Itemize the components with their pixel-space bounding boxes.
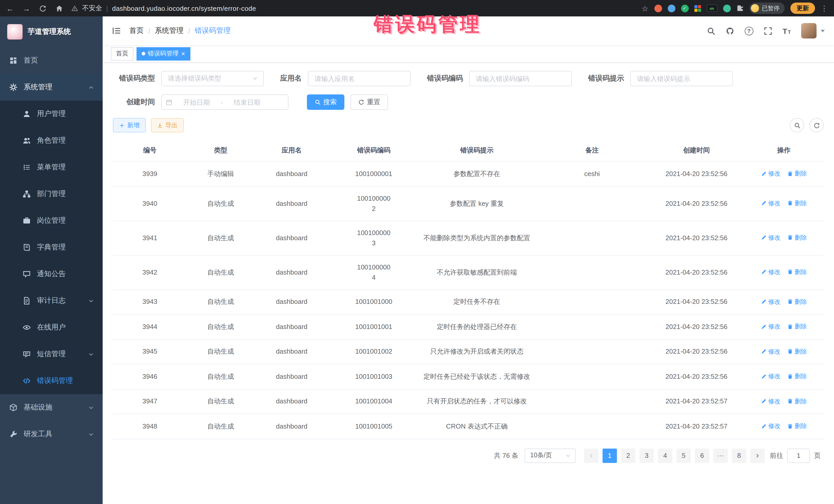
reload-icon[interactable] — [39, 4, 47, 12]
sidebar-item-user-management[interactable]: 用户管理 — [0, 101, 103, 127]
github-icon[interactable] — [725, 26, 734, 35]
edit-link[interactable]: 修改 — [761, 321, 781, 332]
sidebar-item-sms-management[interactable]: 短信管理 — [0, 341, 103, 368]
edit-link[interactable]: 修改 — [761, 198, 781, 209]
breadcrumb-system[interactable]: 系统管理 — [155, 26, 183, 36]
delete-link[interactable]: 删除 — [787, 297, 807, 307]
tab-error-code-management[interactable]: 错误码管理 × — [136, 47, 190, 60]
delete-link[interactable]: 删除 — [787, 421, 807, 431]
chrome-update-button[interactable]: 更新 — [790, 3, 815, 14]
edit-link[interactable]: 修改 — [761, 371, 781, 381]
page-button-6[interactable]: 6 — [695, 448, 709, 463]
reset-button[interactable]: 重置 — [351, 94, 388, 110]
sidebar-item-infrastructure[interactable]: 基础设施 — [0, 394, 103, 421]
extension-icon-red[interactable] — [654, 4, 662, 12]
sidebar-item-online-users[interactable]: 在线用户 — [0, 314, 103, 341]
toggle-search-button[interactable] — [790, 118, 804, 132]
edit-link[interactable]: 修改 — [761, 297, 781, 307]
close-tab-icon[interactable]: × — [181, 50, 185, 57]
delete-link[interactable]: 删除 — [787, 198, 807, 209]
delete-link[interactable]: 删除 — [787, 396, 807, 406]
cell-memo — [535, 186, 649, 221]
page-button-8[interactable]: 8 — [732, 448, 746, 463]
sidebar-item-menu-management[interactable]: 菜单管理 — [0, 154, 103, 181]
error-code-input[interactable] — [469, 71, 572, 86]
edit-link[interactable]: 修改 — [761, 267, 781, 277]
add-button[interactable]: 新增 — [113, 118, 146, 132]
delete-link[interactable]: 删除 — [787, 321, 807, 332]
browser-menu-icon[interactable]: ⋮ — [821, 5, 828, 12]
goto-page-input[interactable] — [787, 448, 810, 463]
caret-down-icon[interactable] — [821, 29, 825, 32]
sidebar-item-dict-management[interactable]: 字典管理 — [0, 234, 103, 261]
sidebar-item-home[interactable]: 首页 — [0, 47, 103, 74]
extension-icon-teal[interactable] — [723, 4, 730, 12]
error-hint-input[interactable] — [630, 71, 733, 86]
delete-link[interactable]: 删除 — [787, 168, 807, 179]
edit-link[interactable]: 修改 — [761, 421, 781, 431]
delete-link[interactable]: 删除 — [787, 233, 807, 243]
extension-icon-switch[interactable]: on — [706, 5, 717, 12]
delete-link[interactable]: 删除 — [787, 267, 807, 277]
export-button[interactable]: 导出 — [151, 118, 184, 132]
breadcrumb-home[interactable]: 首页 — [129, 26, 144, 36]
page-button-5[interactable]: 5 — [676, 448, 691, 463]
bookmark-star-icon[interactable]: ☆ — [641, 4, 649, 12]
cell-operation: 修改 删除 — [744, 161, 824, 186]
page-button-4[interactable]: 4 — [658, 448, 672, 463]
next-page-button[interactable] — [750, 448, 765, 463]
address-bar[interactable]: 不安全 | dashboard.yudao.iocoder.cn/system/… — [71, 4, 256, 13]
start-date-input[interactable] — [174, 98, 219, 106]
profile-badge[interactable]: 已暂停 — [749, 3, 785, 14]
table-row: 3946 自动生成 dashboard 1001001003 定时任务已经处于该… — [113, 364, 824, 389]
back-icon[interactable]: ← — [6, 4, 14, 12]
cell-type: 自动生成 — [187, 186, 254, 221]
edit-link[interactable]: 修改 — [761, 396, 781, 406]
sidebar-item-dept-management[interactable]: 部门管理 — [0, 181, 103, 207]
sidebar-item-dev-tools[interactable]: 研发工具 — [0, 421, 103, 447]
edit-link[interactable]: 修改 — [761, 346, 781, 356]
search-button[interactable]: 搜索 — [307, 94, 344, 110]
browser-home-icon[interactable] — [56, 4, 63, 12]
page-size-select[interactable]: 10条/页 — [525, 448, 576, 463]
app-logo[interactable]: 芋道管理系统 — [0, 17, 103, 47]
trash-icon — [787, 200, 793, 206]
app-name-input[interactable] — [308, 71, 411, 86]
forward-icon[interactable]: → — [23, 4, 30, 12]
edit-link[interactable]: 修改 — [761, 168, 781, 179]
sidebar-item-notice[interactable]: 通知公告 — [0, 261, 103, 287]
prev-page-button[interactable] — [584, 448, 598, 463]
refresh-table-button[interactable] — [809, 118, 824, 132]
end-date-input[interactable] — [224, 98, 270, 106]
page-button-1[interactable]: 1 — [602, 448, 617, 463]
more-pages-button[interactable]: ··· — [714, 448, 728, 463]
create-time-range-picker[interactable]: - — [161, 94, 288, 110]
extensions-puzzle-icon[interactable] — [736, 5, 743, 12]
delete-link[interactable]: 删除 — [787, 371, 807, 381]
sidebar-item-audit-log[interactable]: 审计日志 — [0, 287, 103, 314]
extension-icon-blue[interactable] — [667, 4, 675, 12]
page-button-2[interactable]: 2 — [621, 448, 635, 463]
sidebar-item-role-management[interactable]: 角色管理 — [0, 127, 103, 154]
delete-link[interactable]: 删除 — [787, 346, 807, 356]
sidebar-item-post-management[interactable]: 岗位管理 — [0, 207, 103, 234]
table-toolbar: 新增 导出 — [113, 118, 824, 132]
fullscreen-icon[interactable] — [764, 26, 772, 35]
page-button-3[interactable]: 3 — [639, 448, 654, 463]
breadcrumb-separator: / — [188, 27, 190, 35]
cell-time: 2021-04-20 23:52:57 — [649, 389, 744, 414]
tab-home[interactable]: 首页 — [111, 47, 133, 60]
sidebar-item-system-management[interactable]: 系统管理 — [0, 74, 103, 101]
user-avatar[interactable] — [801, 23, 816, 39]
error-type-select[interactable]: 请选择错误码类型 — [161, 71, 264, 86]
font-size-icon[interactable]: TT — [783, 26, 791, 35]
extension-icon-check[interactable]: ✓ — [681, 4, 688, 12]
extension-icon-grid[interactable] — [694, 5, 701, 12]
cell-hint: 定时任务不存在 — [419, 289, 535, 314]
cell-app: dashboard — [254, 289, 329, 314]
sidebar-item-error-code-management[interactable]: 错误码管理 — [0, 368, 103, 394]
search-icon[interactable] — [706, 26, 715, 35]
sidebar-toggle-icon[interactable] — [112, 26, 121, 36]
edit-link[interactable]: 修改 — [761, 233, 781, 243]
help-icon[interactable]: ? — [744, 26, 753, 35]
